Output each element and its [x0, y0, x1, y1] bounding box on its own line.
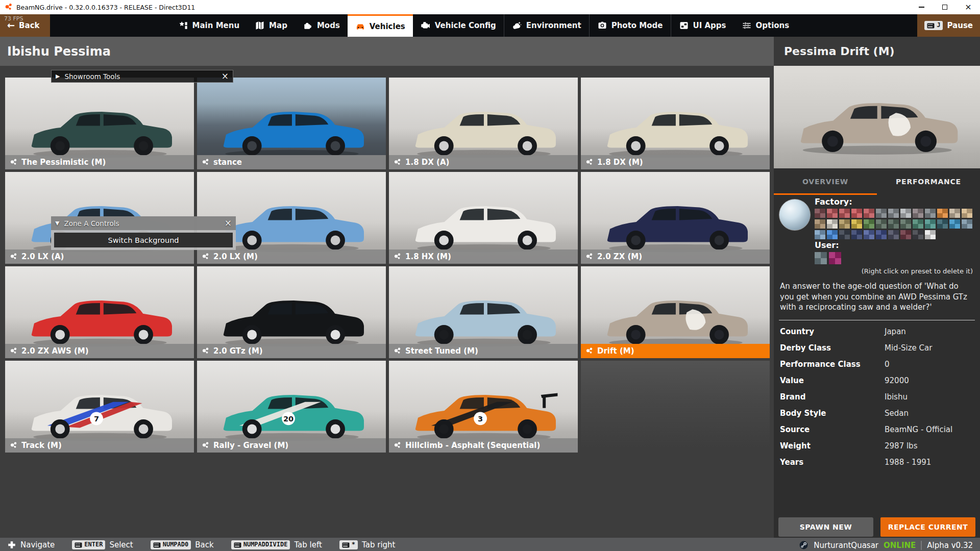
factory-color-swatch[interactable]	[827, 209, 838, 218]
nav-item-label: Vehicles	[370, 22, 405, 31]
factory-color-swatch[interactable]	[839, 230, 850, 239]
nav-item-vehicle-config[interactable]: Vehicle Config	[413, 14, 504, 37]
vehicle-card-1-8-dx-m-[interactable]: 1.8 DX (M)	[581, 78, 770, 169]
factory-swatch-grid	[815, 209, 975, 239]
vehicle-card-drift-m-[interactable]: Drift (M)	[581, 266, 770, 358]
input-hint-tab-left: NUMPADDIVIDETab left	[231, 540, 322, 549]
vehicle-card-the-pessimistic-m-[interactable]: The Pessimistic (M)	[5, 78, 194, 169]
nav-item-environment[interactable]: Environment	[504, 14, 589, 37]
vehicle-card-label: 1.8 HX (M)	[405, 252, 451, 261]
zone-a-controls-header[interactable]: ▼ Zone A Controls ×	[51, 216, 236, 230]
factory-color-swatch[interactable]	[839, 209, 850, 218]
tab-performance[interactable]: PERFORMANCE	[877, 168, 980, 195]
showroom-tools-header[interactable]: ▶ Showroom Tools ×	[51, 70, 233, 83]
svg-text:3: 3	[478, 414, 483, 422]
factory-color-swatch[interactable]	[827, 230, 838, 239]
vehicle-card-2-0-zx-aws-m-[interactable]: 2.0 ZX AWS (M)	[5, 266, 194, 358]
factory-color-swatch[interactable]	[925, 230, 936, 239]
factory-color-swatch[interactable]	[937, 219, 948, 229]
factory-color-swatch[interactable]	[937, 209, 948, 218]
vehicle-card-2-0-zx-m-[interactable]: 2.0 ZX (M)	[581, 172, 770, 264]
nav-item-label: UI Apps	[693, 21, 726, 30]
factory-color-swatch[interactable]	[900, 219, 911, 229]
nav-item-vehicles[interactable]: Vehicles	[348, 14, 413, 37]
nav-item-ui-apps[interactable]: UI Apps	[671, 14, 734, 37]
factory-color-swatch[interactable]	[949, 209, 960, 218]
factory-color-swatch[interactable]	[876, 230, 887, 239]
close-icon[interactable]: ×	[222, 72, 229, 81]
pause-key-chip: J	[924, 21, 943, 30]
factory-color-swatch[interactable]	[888, 219, 899, 229]
factory-color-swatch[interactable]	[962, 219, 972, 229]
factory-color-swatch[interactable]	[864, 230, 874, 239]
factory-color-swatch[interactable]	[913, 209, 923, 218]
factory-color-swatch[interactable]	[900, 209, 911, 218]
vehicle-card-stance[interactable]: stance	[197, 78, 386, 169]
username[interactable]: NurturantQuasar	[814, 541, 878, 550]
factory-color-swatch[interactable]	[949, 219, 960, 229]
factory-color-swatch[interactable]	[913, 230, 923, 239]
switch-background-button[interactable]: Switch Background	[54, 233, 233, 247]
factory-color-swatch[interactable]	[851, 230, 862, 239]
nav-item-mods[interactable]: Mods	[295, 14, 348, 37]
nav-item-photo-mode[interactable]: Photo Mode	[589, 14, 671, 37]
vehicle-card-label-bar: 1.8 HX (M)	[389, 249, 578, 264]
factory-color-swatch[interactable]	[864, 219, 874, 229]
vehicle-card-1-8-dx-a-[interactable]: 1.8 DX (A)	[389, 78, 578, 169]
factory-color-swatch[interactable]	[827, 219, 838, 229]
vehicle-card-track-m-[interactable]: 7Track (M)	[5, 361, 194, 453]
vehicle-card-label-bar: The Pessimistic (M)	[5, 155, 194, 169]
spec-value: Sedan	[885, 409, 909, 418]
factory-color-swatch[interactable]	[876, 219, 887, 229]
factory-color-swatch[interactable]	[888, 230, 899, 239]
close-icon[interactable]: ×	[225, 219, 232, 228]
factory-color-swatch[interactable]	[815, 230, 825, 239]
factory-color-swatch[interactable]	[925, 209, 936, 218]
spec-label: Performance Class	[780, 360, 885, 369]
main-menu-icon	[178, 20, 188, 31]
vehicle-card-street-tuned-m-[interactable]: Street Tuned (M)	[389, 266, 578, 358]
factory-color-swatch[interactable]	[851, 219, 862, 229]
factory-color-swatch[interactable]	[913, 219, 923, 229]
nav-item-main-menu[interactable]: Main Menu	[170, 14, 248, 37]
vehicle-card-rally-gravel-m-[interactable]: 20Rally - Gravel (M)	[197, 361, 386, 453]
vehicle-card-2-0-gtz-m-[interactable]: 2.0 GTz (M)	[197, 266, 386, 358]
nav-items: Main MenuMapModsVehiclesVehicle ConfigEn…	[170, 14, 797, 37]
factory-color-swatch[interactable]	[876, 209, 887, 218]
factory-color-swatch[interactable]	[900, 230, 911, 239]
nav-item-label: Vehicle Config	[435, 21, 496, 30]
beamng-content-icon	[585, 347, 594, 355]
factory-color-swatch[interactable]	[962, 209, 972, 218]
vehicle-card-1-8-hx-m-[interactable]: 1.8 HX (M)	[389, 172, 578, 264]
hint-label: Select	[109, 540, 133, 549]
window-titlebar: BeamNG.drive - 0.32.0.0.16373 - RELEASE …	[0, 0, 980, 14]
vehicle-card-hillclimb-asphalt-sequential-[interactable]: 3Hillclimb - Asphalt (Sequential)	[389, 361, 578, 453]
pause-button[interactable]: J Pause	[917, 14, 980, 37]
tab-overview[interactable]: OVERVIEW	[774, 168, 877, 195]
spawn-new-button[interactable]: SPAWN NEW	[778, 517, 873, 537]
factory-color-swatch[interactable]	[815, 209, 825, 218]
factory-color-swatch[interactable]	[815, 219, 825, 229]
vehicle-browser: Ibishu Pessima The Pessimistic (M)stance…	[0, 37, 774, 551]
replace-current-button[interactable]: REPLACE CURRENT	[880, 517, 975, 537]
factory-color-swatch[interactable]	[925, 219, 936, 229]
factory-color-swatch[interactable]	[888, 209, 899, 218]
close-button[interactable]: ×	[957, 0, 980, 14]
nav-item-map[interactable]: Map	[247, 14, 295, 37]
spec-value: 92000	[885, 376, 909, 385]
maximize-button[interactable]	[933, 0, 957, 14]
minimize-button[interactable]	[910, 0, 933, 14]
user-color-swatch[interactable]	[829, 252, 841, 264]
vehicle-card-label: Drift (M)	[597, 346, 634, 356]
hint-label: Back	[195, 540, 213, 549]
factory-color-swatch[interactable]	[864, 209, 874, 218]
car-image: 20	[210, 377, 373, 448]
nav-item-options[interactable]: Options	[734, 14, 797, 37]
factory-color-swatch[interactable]	[839, 219, 850, 229]
beamng-content-icon	[202, 347, 210, 355]
key-name: NUMPADDIVIDE	[243, 541, 288, 548]
beamng-logo-icon	[4, 3, 13, 12]
factory-color-swatch[interactable]	[851, 209, 862, 218]
environment-thumbnail[interactable]	[779, 199, 811, 231]
user-color-swatch[interactable]	[815, 252, 827, 264]
